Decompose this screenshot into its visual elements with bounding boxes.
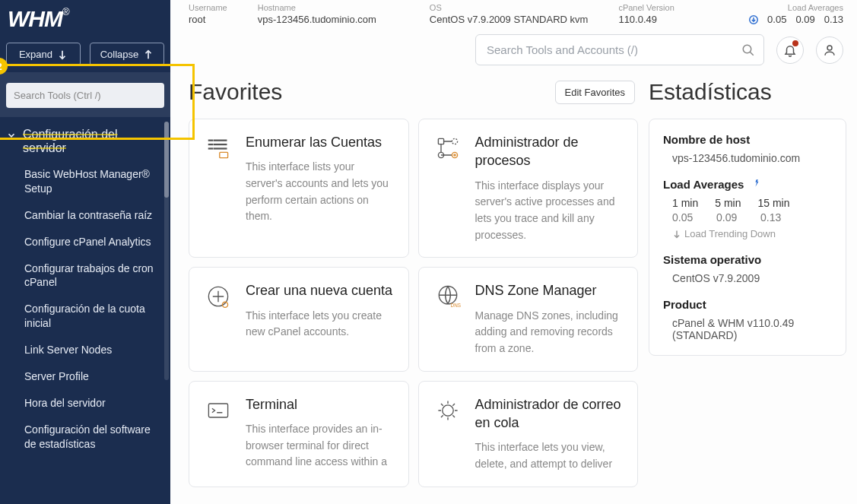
load-trend: Load Trending Down bbox=[663, 228, 832, 239]
card-desc: This interface provides an in-browser te… bbox=[246, 421, 395, 471]
arrow-down-icon bbox=[672, 230, 681, 239]
user-icon bbox=[823, 43, 836, 57]
sidebar-item[interactable]: Server Profile bbox=[0, 363, 170, 390]
notifications-button[interactable] bbox=[776, 36, 804, 64]
notification-dot bbox=[792, 40, 798, 46]
card-title: Crear una nueva cuenta bbox=[246, 281, 395, 300]
topbar-hostname: Hostname vps-123456.tudominio.com bbox=[258, 3, 376, 25]
svg-point-2 bbox=[827, 46, 832, 50]
stat-hostname-label: Nombre de host bbox=[663, 133, 832, 146]
card-desc: Manage DNS zones, including adding and r… bbox=[475, 308, 624, 357]
favorite-card-mail-queue[interactable]: Administrador de correo en cola This int… bbox=[418, 381, 639, 487]
card-desc: This interface displays your server's ac… bbox=[475, 178, 624, 244]
process-manager-icon bbox=[433, 133, 463, 163]
sidebar-search-wrap bbox=[0, 72, 170, 117]
stat-hostname-value: vps-123456.tudominio.com bbox=[663, 152, 832, 164]
card-title: Administrador de procesos bbox=[475, 133, 624, 170]
svg-rect-7 bbox=[208, 148, 212, 149]
card-title: Terminal bbox=[246, 395, 395, 414]
edit-favorites-button[interactable]: Edit Favorites bbox=[555, 81, 635, 104]
favorite-card-dns-zone[interactable]: DNS DNS Zone Manager Manage DNS zones, i… bbox=[418, 267, 639, 371]
user-button[interactable] bbox=[816, 36, 843, 64]
sidebar-item[interactable]: Configure cPanel Analytics bbox=[0, 229, 170, 255]
collapse-button[interactable]: Collapse bbox=[90, 43, 164, 66]
whm-logo: WHM® bbox=[0, 0, 170, 43]
dns-zone-icon: DNS bbox=[433, 281, 463, 312]
stat-product-value: cPanel & WHM v110.0.49 (STANDARD) bbox=[663, 317, 832, 341]
arrow-down-icon bbox=[749, 15, 758, 24]
top-info-bar: Username root Hostname vps-123456.tudomi… bbox=[170, 0, 857, 25]
topbar-load-averages: Load Averages 0.05 0.09 0.13 bbox=[749, 3, 843, 25]
sidebar-nav: Configuración del servidor Basic WebHost… bbox=[0, 117, 170, 504]
favorites-title: Favorites bbox=[189, 79, 282, 105]
topbar-cpanel-version: cPanel Version 110.0.49 bbox=[618, 3, 674, 25]
sidebar-item[interactable]: Hora del servidor bbox=[0, 390, 170, 417]
sidebar-item[interactable]: Cambiar la contraseña raíz bbox=[0, 202, 170, 229]
expand-button[interactable]: Expand bbox=[6, 43, 81, 66]
sidebar-item[interactable]: Link Server Nodes bbox=[0, 337, 170, 363]
toolbar-row bbox=[170, 25, 857, 79]
chevron-down-icon bbox=[6, 130, 17, 141]
favorite-card-accounts[interactable]: Enumerar las Cuentas This interface list… bbox=[189, 119, 409, 258]
stat-load-label: Load Averages bbox=[663, 178, 832, 191]
svg-point-19 bbox=[442, 405, 452, 416]
sidebar-scrollbar[interactable] bbox=[164, 122, 169, 380]
arrow-down-icon bbox=[57, 49, 68, 60]
terminal-icon bbox=[203, 395, 233, 426]
card-desc: This interface lists your server's accou… bbox=[246, 159, 395, 225]
svg-rect-18 bbox=[208, 404, 227, 417]
stats-panel: Estadísticas Nombre de host vps-123456.t… bbox=[649, 79, 846, 504]
topbar-username: Username root bbox=[189, 3, 227, 25]
sidebar: WHM® Expand Collapse Configuración del s… bbox=[0, 0, 170, 504]
expand-label: Expand bbox=[19, 49, 52, 60]
sidebar-search-input[interactable] bbox=[6, 83, 164, 108]
stat-os-value: CentOS v7.9.2009 bbox=[663, 272, 832, 284]
favorite-card-create-account[interactable]: Crear una nueva cuenta This interface le… bbox=[189, 267, 409, 371]
favorite-card-process-manager[interactable]: Administrador de procesos This interface… bbox=[418, 119, 639, 258]
svg-text:DNS: DNS bbox=[450, 303, 460, 309]
svg-rect-9 bbox=[220, 152, 228, 157]
sidebar-item[interactable]: Configuración del software de estadístic… bbox=[0, 417, 170, 458]
global-search bbox=[475, 34, 764, 65]
card-title: Enumerar las Cuentas bbox=[246, 133, 395, 151]
sidebar-item[interactable]: Configuración de la cuota inicial bbox=[0, 296, 170, 337]
svg-point-11 bbox=[452, 138, 457, 144]
mail-queue-icon bbox=[433, 395, 463, 426]
sidebar-item[interactable]: Basic WebHost Manager® Setup bbox=[0, 161, 170, 202]
search-icon[interactable] bbox=[741, 43, 755, 57]
nav-group-server-config[interactable]: Configuración del servidor bbox=[0, 122, 170, 161]
main-area: Username root Hostname vps-123456.tudomi… bbox=[170, 0, 857, 504]
svg-rect-5 bbox=[208, 144, 212, 145]
favorites-section: Favorites Edit Favorites Enumerar las Cu… bbox=[170, 79, 638, 504]
card-desc: This interface lets you view, delete, an… bbox=[475, 439, 624, 472]
sidebar-item[interactable]: Configurar trabajos de cron cPanel bbox=[0, 255, 170, 296]
stats-title: Estadísticas bbox=[649, 79, 846, 105]
svg-rect-3 bbox=[208, 140, 212, 141]
card-title: Administrador de correo en cola bbox=[475, 395, 624, 433]
svg-rect-4 bbox=[214, 140, 227, 141]
stat-product-label: Product bbox=[663, 298, 832, 311]
global-search-input[interactable] bbox=[475, 34, 764, 65]
svg-rect-10 bbox=[438, 138, 443, 144]
running-icon bbox=[751, 178, 761, 189]
create-account-icon bbox=[203, 281, 233, 312]
topbar-os: OS CentOS v7.9.2009 STANDARD kvm bbox=[430, 3, 589, 25]
stat-os-label: Sistema operativo bbox=[663, 253, 832, 266]
card-title: DNS Zone Manager bbox=[475, 281, 624, 300]
svg-rect-8 bbox=[214, 148, 227, 149]
card-desc: This interface lets you create new cPane… bbox=[246, 308, 395, 341]
svg-point-1 bbox=[743, 45, 751, 53]
svg-rect-6 bbox=[214, 144, 227, 145]
nav-group-label: Configuración del servidor bbox=[23, 128, 163, 155]
stats-box: Nombre de host vps-123456.tudominio.com … bbox=[649, 119, 846, 356]
list-accounts-icon bbox=[203, 133, 233, 163]
collapse-label: Collapse bbox=[100, 49, 139, 60]
arrow-up-icon bbox=[143, 49, 154, 60]
favorite-card-terminal[interactable]: Terminal This interface provides an in-b… bbox=[189, 381, 409, 487]
